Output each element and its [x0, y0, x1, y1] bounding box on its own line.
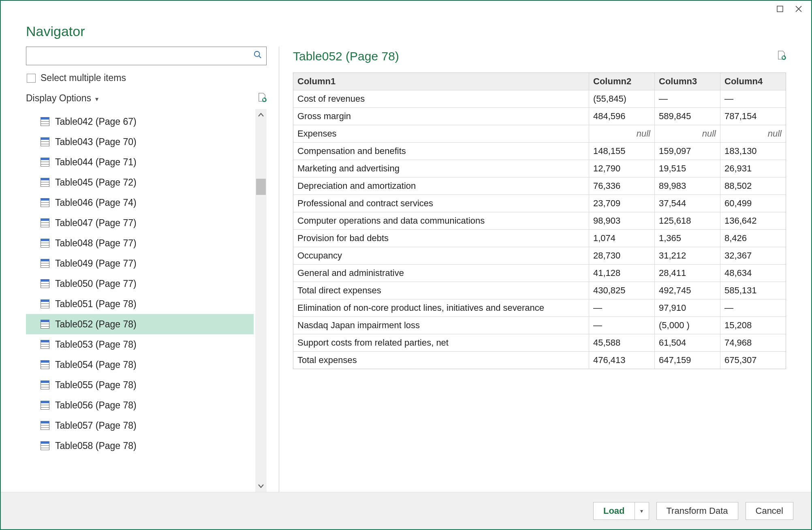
tree-item[interactable]: Table056 (Page 78): [26, 395, 254, 415]
cancel-button[interactable]: Cancel: [746, 502, 793, 520]
grid-cell[interactable]: Compensation and benefits: [293, 143, 589, 160]
grid-cell[interactable]: 8,426: [720, 230, 786, 247]
tree-item[interactable]: Table042 (Page 67): [26, 111, 254, 132]
grid-header-cell[interactable]: Column2: [589, 73, 654, 90]
grid-cell[interactable]: 125,618: [654, 212, 720, 229]
scrollbar-up-icon[interactable]: [255, 109, 267, 121]
grid-cell[interactable]: 589,845: [654, 108, 720, 125]
grid-cell[interactable]: 23,709: [589, 195, 654, 212]
grid-cell[interactable]: 48,634: [720, 265, 786, 282]
grid-cell[interactable]: 98,903: [589, 212, 654, 229]
transform-data-button[interactable]: Transform Data: [656, 502, 738, 520]
grid-cell[interactable]: 32,367: [720, 247, 786, 264]
tree-item[interactable]: Table044 (Page 71): [26, 152, 254, 172]
grid-cell[interactable]: Total direct expenses: [293, 282, 589, 299]
tree-item[interactable]: Table045 (Page 72): [26, 172, 254, 192]
tree-item[interactable]: Table052 (Page 78): [26, 314, 254, 334]
search-input[interactable]: [30, 47, 253, 65]
grid-cell[interactable]: 476,413: [589, 352, 654, 369]
grid-cell[interactable]: 492,745: [654, 282, 720, 299]
tree-item[interactable]: Table057 (Page 78): [26, 415, 254, 436]
grid-cell[interactable]: Marketing and advertising: [293, 160, 589, 177]
load-button[interactable]: Load: [593, 502, 635, 520]
select-multiple-checkbox[interactable]: Select multiple items: [26, 73, 267, 83]
grid-cell[interactable]: 41,128: [589, 265, 654, 282]
grid-cell[interactable]: 585,131: [720, 282, 786, 299]
tree-scrollbar[interactable]: [255, 109, 267, 492]
tree-item[interactable]: Table050 (Page 77): [26, 274, 254, 294]
grid-cell[interactable]: 647,159: [654, 352, 720, 369]
tree-item[interactable]: Table048 (Page 77): [26, 233, 254, 253]
grid-cell[interactable]: 12,790: [589, 160, 654, 177]
grid-cell[interactable]: —: [720, 90, 786, 107]
tree-item[interactable]: Table043 (Page 70): [26, 132, 254, 152]
tree-item[interactable]: Table053 (Page 78): [26, 334, 254, 355]
display-options-dropdown[interactable]: Display Options ▾: [26, 93, 98, 104]
grid-cell[interactable]: (5,000 ): [654, 317, 720, 334]
grid-cell[interactable]: 28,411: [654, 265, 720, 282]
grid-cell[interactable]: 148,155: [589, 143, 654, 160]
tree-item[interactable]: Table049 (Page 77): [26, 253, 254, 274]
grid-cell[interactable]: Total expenses: [293, 352, 589, 369]
grid-cell[interactable]: 61,504: [654, 334, 720, 351]
grid-cell[interactable]: Support costs from related parties, net: [293, 334, 589, 351]
grid-cell[interactable]: 1,074: [589, 230, 654, 247]
grid-header-cell[interactable]: Column1: [293, 73, 589, 90]
scrollbar-thumb[interactable]: [256, 179, 266, 195]
grid-cell[interactable]: 74,968: [720, 334, 786, 351]
grid-cell[interactable]: (55,845): [589, 90, 654, 107]
grid-cell[interactable]: 37,544: [654, 195, 720, 212]
grid-cell[interactable]: Cost of revenues: [293, 90, 589, 107]
grid-cell[interactable]: 159,097: [654, 143, 720, 160]
grid-cell[interactable]: —: [589, 299, 654, 316]
grid-cell[interactable]: null: [654, 125, 720, 142]
grid-cell[interactable]: null: [589, 125, 654, 142]
grid-cell[interactable]: 484,596: [589, 108, 654, 125]
search-box[interactable]: [26, 47, 267, 65]
grid-header-cell[interactable]: Column4: [720, 73, 786, 90]
grid-cell[interactable]: Elimination of non-core product lines, i…: [293, 299, 589, 316]
tree-item[interactable]: Table058 (Page 78): [26, 436, 254, 456]
grid-cell[interactable]: 76,336: [589, 177, 654, 194]
refresh-preview-button[interactable]: [777, 50, 786, 62]
window-maximize-button[interactable]: [771, 2, 789, 15]
grid-cell[interactable]: 60,499: [720, 195, 786, 212]
grid-cell[interactable]: 31,212: [654, 247, 720, 264]
grid-cell[interactable]: Provision for bad debts: [293, 230, 589, 247]
grid-cell[interactable]: Expenses: [293, 125, 589, 142]
tree-item[interactable]: Table047 (Page 77): [26, 213, 254, 233]
grid-cell[interactable]: 45,588: [589, 334, 654, 351]
tree-item[interactable]: Table055 (Page 78): [26, 375, 254, 395]
grid-cell[interactable]: 26,931: [720, 160, 786, 177]
grid-cell[interactable]: Nasdaq Japan impairment loss: [293, 317, 589, 334]
grid-cell[interactable]: Gross margin: [293, 108, 589, 125]
tree-item[interactable]: Table051 (Page 78): [26, 294, 254, 314]
grid-cell[interactable]: 28,730: [589, 247, 654, 264]
load-dropdown-button[interactable]: ▾: [635, 502, 649, 520]
grid-cell[interactable]: 183,130: [720, 143, 786, 160]
grid-cell[interactable]: 88,502: [720, 177, 786, 194]
grid-cell[interactable]: General and administrative: [293, 265, 589, 282]
grid-cell[interactable]: 97,910: [654, 299, 720, 316]
grid-cell[interactable]: null: [720, 125, 786, 142]
grid-cell[interactable]: Computer operations and data communicati…: [293, 212, 589, 229]
grid-cell[interactable]: Occupancy: [293, 247, 589, 264]
grid-cell[interactable]: Depreciation and amortization: [293, 177, 589, 194]
grid-cell[interactable]: 675,307: [720, 352, 786, 369]
grid-cell[interactable]: 136,642: [720, 212, 786, 229]
grid-cell[interactable]: 787,154: [720, 108, 786, 125]
grid-cell[interactable]: 15,208: [720, 317, 786, 334]
grid-cell[interactable]: 430,825: [589, 282, 654, 299]
grid-header-cell[interactable]: Column3: [654, 73, 720, 90]
tree-item[interactable]: Table054 (Page 78): [26, 355, 254, 375]
grid-cell[interactable]: 89,983: [654, 177, 720, 194]
grid-cell[interactable]: 19,515: [654, 160, 720, 177]
tree-item[interactable]: Table046 (Page 74): [26, 192, 254, 213]
scrollbar-down-icon[interactable]: [255, 480, 267, 492]
grid-cell[interactable]: 1,365: [654, 230, 720, 247]
grid-cell[interactable]: —: [720, 299, 786, 316]
grid-cell[interactable]: —: [589, 317, 654, 334]
window-close-button[interactable]: [789, 2, 808, 15]
refresh-tree-button[interactable]: [258, 92, 267, 104]
grid-cell[interactable]: Professional and contract services: [293, 195, 589, 212]
